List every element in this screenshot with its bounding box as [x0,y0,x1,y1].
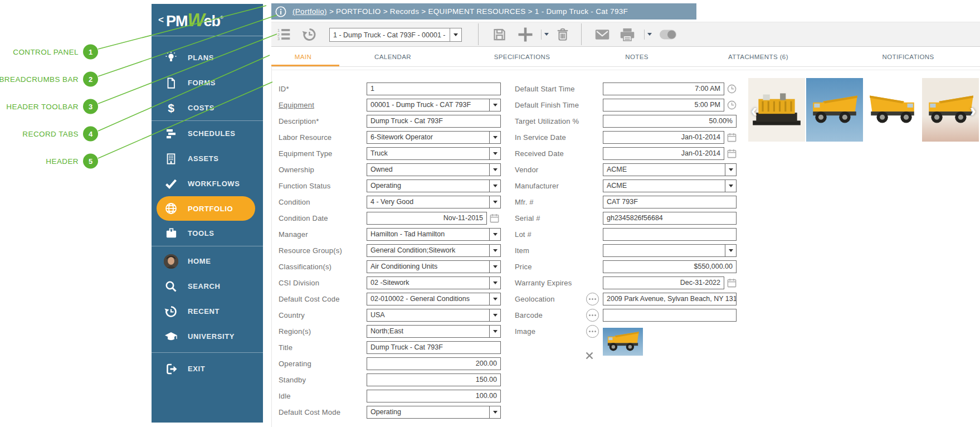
clock-icon[interactable] [727,84,737,94]
chevron-down-icon[interactable] [725,180,736,192]
print-dropdown[interactable] [641,30,652,40]
sidebar-item-assets[interactable]: ASSETS [152,146,263,171]
mfr-number-input[interactable]: CAT 793F [603,196,737,208]
standby-rate-input[interactable]: 150.00 [367,373,501,386]
sidebar-item-home[interactable]: HOME [152,249,263,274]
equipment-image-thumbnail[interactable] [603,328,643,356]
chevron-down-icon[interactable] [489,229,500,240]
carousel-image-dump-truck-sky[interactable] [806,78,863,142]
chevron-down-icon[interactable] [489,196,500,208]
received-date-input[interactable]: Jan-01-2014 [603,147,724,160]
remove-image-icon[interactable] [585,351,594,362]
barcode-input[interactable] [603,309,737,322]
csi-division-select[interactable]: 02 -Sitework [367,276,501,289]
default-start-time-input[interactable]: 7:00 AM [603,83,724,95]
chevron-down-icon[interactable] [489,293,500,305]
in-service-date-input[interactable]: Jan-01-2014 [603,131,724,144]
calendar-icon[interactable] [489,213,500,224]
sidebar-item-search[interactable]: SEARCH [152,274,263,299]
chevron-down-icon[interactable] [725,245,736,256]
add-dropdown[interactable] [538,30,549,40]
trash-icon[interactable] [555,27,570,42]
numbered-list-icon[interactable]: 123 [277,27,291,42]
function-status-select[interactable]: Operating [367,179,501,192]
add-icon[interactable] [517,26,534,43]
chevron-down-icon[interactable] [489,326,500,337]
manager-select[interactable]: Hamilton - Tad Hamilton [367,228,501,241]
tab-specifications[interactable]: SPECIFICATIONS [494,47,550,66]
sidebar-item-plans[interactable]: PLANS [152,45,263,70]
carousel-prev-arrow[interactable]: ‹ [751,100,757,119]
labor-resource-select[interactable]: 6-Sitework Operator [367,131,501,144]
carousel-next-arrow[interactable]: › [970,100,976,119]
collapse-sidebar-icon[interactable]: < [158,14,164,26]
ownership-select[interactable]: Owned [367,163,501,176]
description-input[interactable]: Dump Truck - Cat 793F [367,115,501,128]
chevron-down-icon[interactable] [489,132,500,143]
condition-date-input[interactable]: Nov-11-2015 [367,212,487,225]
sidebar-item-portfolio[interactable]: PORTFOLIO [157,196,255,221]
sidebar-item-exit[interactable]: EXIT [152,356,263,381]
clock-icon[interactable] [727,100,737,110]
print-icon[interactable] [620,27,635,42]
tab-notifications[interactable]: NOTIFICATIONS [882,47,934,66]
target-utilization-input[interactable]: 50.00% [603,115,737,128]
chevron-down-icon[interactable] [489,245,500,256]
default-cost-mode-select[interactable]: Operating [367,406,501,419]
warranty-expires-input[interactable]: Dec-31-2022 [603,276,724,289]
sidebar-item-costs[interactable]: $ COSTS [152,95,263,120]
record-selector-caret[interactable] [450,28,461,41]
sidebar-item-tools[interactable]: TOOLS [152,221,263,246]
condition-select[interactable]: 4 - Very Good [367,196,501,208]
default-finish-time-input[interactable]: 5:00 PM [603,99,724,111]
chevron-down-icon[interactable] [489,148,500,159]
chevron-down-icon[interactable] [489,99,500,111]
tab-main[interactable]: MAIN [295,47,311,66]
carousel-image-dump-truck-side[interactable] [864,78,921,142]
sidebar-item-forms[interactable]: FORMS [152,70,263,95]
tab-attachments[interactable]: ATTACHMENTS (6) [728,47,788,66]
idle-rate-input[interactable]: 100.00 [367,390,501,402]
regions-select[interactable]: North;East [367,325,501,338]
equipment-link[interactable]: Equipment [279,101,314,109]
geolocation-input[interactable]: 2009 Park Avenue, Sylvan Beach, NY 1315 [603,293,737,305]
equipment-select[interactable]: 00001 - Dump Truck - CAT 793F [367,99,501,111]
sidebar-item-recent[interactable]: RECENT [152,299,263,324]
sidebar-item-university[interactable]: UNIVERSITY [152,324,263,349]
geolocation-ellipsis-button[interactable] [586,293,599,305]
history-icon[interactable] [302,27,317,42]
sidebar-item-workflows[interactable]: WORKFLOWS [152,171,263,196]
operating-rate-input[interactable]: 200.00 [367,357,501,370]
save-icon[interactable] [492,27,507,42]
equipment-type-select[interactable]: Truck [367,147,501,160]
lot-number-input[interactable] [603,228,737,241]
chevron-down-icon[interactable] [489,309,500,321]
chevron-down-icon[interactable] [489,261,500,273]
country-select[interactable]: USA [367,309,501,322]
barcode-ellipsis-button[interactable] [586,309,599,322]
manufacturer-select[interactable]: ACME [603,179,737,192]
chevron-down-icon[interactable] [489,180,500,192]
calendar-icon[interactable] [727,148,737,159]
tab-notes[interactable]: NOTES [625,47,649,66]
resource-groups-select[interactable]: General Condition;Sitework [367,244,501,257]
price-input[interactable]: $550,000.00 [603,260,737,273]
chevron-down-icon[interactable] [489,277,500,289]
breadcrumb-portfolio-link[interactable]: (Portfolio) [292,7,327,16]
id-input[interactable]: 1 [367,83,501,95]
calendar-icon[interactable] [727,278,737,288]
vendor-select[interactable]: ACME [603,163,737,176]
default-cost-code-select[interactable]: 02-010002 - General Conditions [367,293,501,305]
toggle-switch[interactable] [660,30,676,39]
record-selector[interactable]: 1 - Dump Truck - Cat 793F - 00001 - [329,28,462,42]
email-icon[interactable] [594,27,610,42]
title-input[interactable]: Dump Truck - Cat 793F [367,341,501,354]
sidebar-item-schedules[interactable]: SCHEDULES [152,121,263,146]
classifications-select[interactable]: Air Conditioning Units [367,260,501,273]
item-select[interactable] [603,244,737,257]
tab-calendar[interactable]: CALENDAR [374,47,411,66]
chevron-down-icon[interactable] [489,406,500,418]
info-icon[interactable] [275,6,287,18]
chevron-down-icon[interactable] [725,164,736,176]
calendar-icon[interactable] [727,132,737,143]
